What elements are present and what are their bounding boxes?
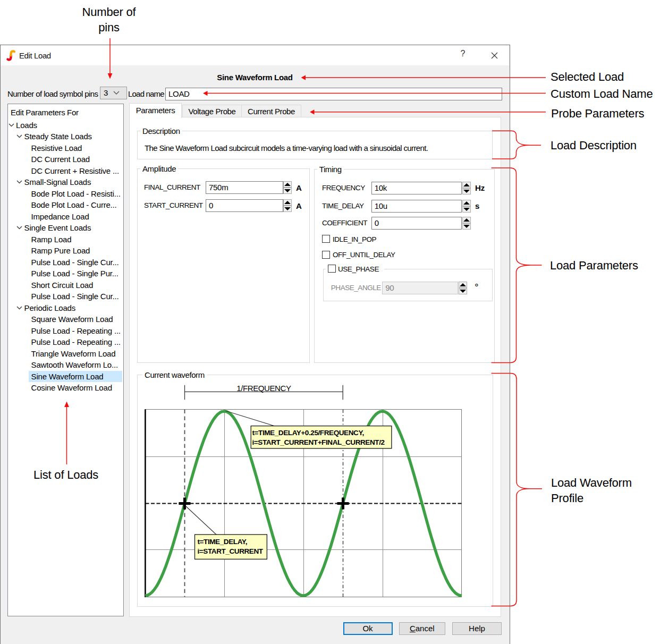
svg-text:i=START_CURRENT+FINAL_CURRENT/: i=START_CURRENT+FINAL_CURRENT/2 [252, 438, 385, 446]
svg-text:t=TIME_DELAY+0.25/FREQUENCY,: t=TIME_DELAY+0.25/FREQUENCY, [252, 429, 364, 437]
svg-text:i=START_CURRENT: i=START_CURRENT [198, 547, 264, 555]
svg-text:1/FREQUENCY: 1/FREQUENCY [236, 384, 291, 393]
svg-text:t=TIME_DELAY,: t=TIME_DELAY, [198, 538, 248, 546]
